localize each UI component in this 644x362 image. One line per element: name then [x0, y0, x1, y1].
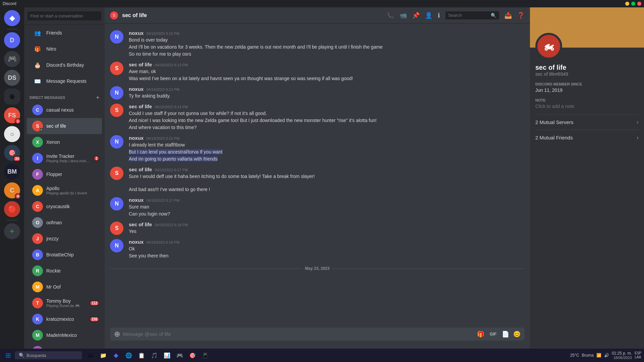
video-icon[interactable]: 📹 [399, 12, 407, 19]
dm-item-beer-n-blow[interactable]: Bbeer n blow [27, 343, 102, 349]
server-icon-discord[interactable]: ◆ [4, 10, 20, 26]
server-icon-c[interactable]: C 4 [4, 182, 20, 198]
taskbar-app-9[interactable]: 📱 [199, 349, 211, 361]
dm-status-tommy-boy: Playing RuneLite 🎮 [46, 304, 80, 308]
dm-item-xenon[interactable]: XXenon [27, 134, 102, 150]
chat-header: S sec of life 📞 📹 📌 👤 ℹ 🔍 📥 ❓ [105, 7, 530, 23]
right-panel: 🏍 sec of life sec of life#6949 DISCORD M… [530, 7, 644, 349]
dm-item-jrezzy[interactable]: Jjrezzy [27, 231, 102, 247]
chat-search-input[interactable] [448, 13, 489, 18]
dm-name-tommy-boy: Tommy Boy [46, 298, 80, 304]
call-icon[interactable]: 📞 [387, 12, 394, 19]
taskbar-app-8[interactable]: 🎯 [186, 349, 199, 361]
dm-item-flopper[interactable]: FFlopper [27, 166, 102, 182]
dm-item-cryocaustik[interactable]: Ccryocaustik [27, 198, 102, 215]
message-group-msg3: Nnoxux04/19/2023 9:13 PMTy for asking bu… [105, 85, 530, 101]
sidebar-item-message-requests[interactable]: ✉️ Message Requests [27, 73, 102, 89]
msg-author-msg4: sec of life [129, 104, 152, 109]
msg-timestamp-msg4: 04/19/2023 9:14 PM [155, 105, 188, 109]
add-friend-icon[interactable]: 👤 [425, 12, 432, 19]
server-icon-true[interactable]: ⊕ [4, 88, 20, 105]
dm-item-oofman[interactable]: Ooofman [27, 215, 102, 231]
msg-line-msg4-2: And where vacation to this time? [129, 124, 525, 131]
mutual-servers-item[interactable]: 2 Mutual Servers › [535, 114, 639, 130]
server-icon-red[interactable]: 🔴 [4, 201, 20, 217]
gift-icon[interactable]: 🎁 [477, 330, 484, 338]
mutual-friends-item[interactable]: 2 Mutual Friends › [535, 130, 639, 145]
server-icon-circle[interactable]: ○ [4, 126, 20, 142]
dm-name-cryocaustik: cryocaustik [46, 204, 70, 209]
add-dm-button[interactable]: + [96, 95, 99, 101]
chat-messages: Nnoxux04/19/2023 9:10 PMBond is over tod… [105, 23, 530, 327]
note-label: NOTE [535, 98, 639, 102]
dm-item-tommy-boy[interactable]: TTommy BoyPlaying RuneLite 🎮112 [27, 295, 102, 311]
maximize-button[interactable] [631, 2, 635, 6]
pin-icon[interactable]: 📌 [412, 12, 420, 19]
add-server-button[interactable]: + [4, 223, 20, 239]
message-group-msg5: Nnoxux04/19/2023 9:15 PMI already lent t… [105, 134, 530, 164]
nitro-label: Nitro [46, 46, 56, 52]
minimize-button[interactable] [625, 2, 629, 6]
taskbar-app-6[interactable]: 📊 [161, 349, 173, 361]
taskbar-app-5[interactable]: 🎵 [148, 349, 160, 361]
message-group-msg7: Nnoxux04/19/2023 9:17 PMSure manCan you … [105, 196, 530, 219]
taskbar-app-2[interactable]: 📁 [97, 349, 109, 361]
msg-avatar-msg2: S [110, 62, 123, 75]
msg-avatar-msg1: N [110, 30, 123, 44]
dm-avatar-kratozmexico: K [32, 314, 43, 324]
online-dot-sec-of-life [40, 128, 43, 131]
dm-item-rockie[interactable]: RRockie [27, 263, 102, 279]
msg-author-msg5: noxux [129, 135, 144, 141]
profile-name: sec of life [535, 64, 639, 71]
taskbar-app-1[interactable]: 🗂 [85, 349, 97, 361]
gif-icon[interactable]: GIF [488, 331, 498, 337]
chat-area: S sec of life 📞 📹 📌 👤 ℹ 🔍 📥 ❓ [105, 7, 530, 349]
dm-item-brotat0echip[interactable]: BBrotat0eChip [27, 247, 102, 263]
taskbar-search[interactable]: 🔍 Búsqueda [15, 351, 82, 359]
add-attachment-button[interactable]: ⊕ [114, 330, 120, 339]
dm-item-casual-nexus[interactable]: Ccasual nexus [27, 102, 102, 118]
server-icon-fs[interactable]: FS 1 [4, 107, 20, 123]
taskbar-app-discord[interactable]: ◆ [110, 349, 122, 361]
taskbar-app-4[interactable]: 📋 [136, 349, 148, 361]
note-input[interactable]: Click to add a note [535, 104, 639, 109]
taskbar-app-7[interactable]: 🎮 [174, 349, 186, 361]
sidebar-item-birthday[interactable]: 🎂 Discord's Birthday [27, 57, 102, 73]
start-button[interactable]: ⊞ [3, 350, 13, 361]
note-section: NOTE Click to add a note [535, 98, 639, 109]
dm-item-kratozmexico[interactable]: Kkratozmexico236 [27, 311, 102, 327]
sidebar-item-friends[interactable]: 👥 Friends [27, 25, 102, 41]
dm-name-brotat0echip: Brotat0eChip [46, 252, 74, 257]
profile-content: sec of life sec of life#6949 DISCORD MEM… [530, 64, 644, 150]
sticker-icon[interactable]: 📄 [502, 330, 509, 338]
question-icon[interactable]: ❓ [517, 12, 525, 19]
close-button[interactable] [637, 2, 641, 6]
message-requests-label: Message Requests [46, 78, 87, 84]
msg-avatar-msg5: N [110, 135, 123, 148]
dm-item-sec-of-life[interactable]: Ssec of life [27, 118, 102, 134]
taskbar: ⊞ 🔍 Búsqueda 🗂 📁 ◆ 🌐 📋 🎵 📊 🎮 🎯 📱 25°C Br… [0, 349, 644, 362]
dm-avatar-apollo: A [32, 185, 43, 196]
dm-item-mr-oof[interactable]: MMr Oof [27, 279, 102, 295]
help-icon[interactable]: ℹ [438, 12, 440, 19]
search-input[interactable] [28, 11, 101, 20]
chat-message-input[interactable] [123, 327, 474, 341]
server-icon-3[interactable]: DS [4, 70, 20, 86]
sidebar-item-nitro[interactable]: 🎁 Nitro [27, 41, 102, 57]
message-group-msg2: Ssec of life04/19/2023 9:13 PMAwe man, o… [105, 60, 530, 83]
dm-item-apollo[interactable]: AApolloPlaying apollo.fyi | /event [27, 182, 102, 198]
date-sep-text: May 23, 2023 [305, 266, 329, 271]
emoji-icon[interactable]: 😊 [513, 330, 521, 338]
taskbar-app-chrome[interactable]: 🌐 [123, 349, 135, 361]
inbox-icon[interactable]: 📥 [504, 12, 512, 19]
server-icon-2[interactable]: 🎮 [4, 51, 20, 67]
server-icon-bm[interactable]: BM [4, 164, 20, 180]
server-icon-game1[interactable]: 🎯 34 [4, 145, 20, 161]
msg-avatar-msg3: N [110, 86, 123, 100]
dm-item-madeinmexico[interactable]: MMadeInMexico [27, 327, 102, 343]
server-icon-1[interactable]: D [4, 32, 20, 48]
dm-item-invite-tracker[interactable]: IInvite TrackerPlaying /help | docs.invi… [27, 150, 102, 166]
msg-author-msg6: sec of life [129, 167, 152, 172]
profile-banner: 🏍 [530, 7, 644, 48]
search-icon[interactable]: 🔍 [491, 13, 496, 18]
